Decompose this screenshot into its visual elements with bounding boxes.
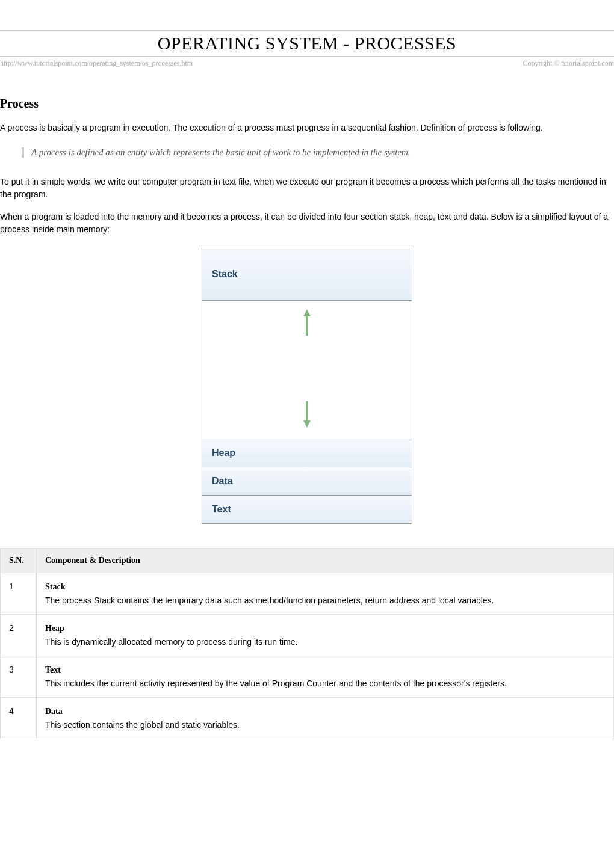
table-cell-sn: 4 [1,698,37,739]
memory-diagram-container: Stack Heap Data Text [0,248,614,524]
table-header-comp: Component & Description [37,549,614,573]
title-section: OPERATING SYSTEM - PROCESSES [0,30,614,57]
page-title: OPERATING SYSTEM - PROCESSES [0,33,614,54]
table-header-row: S.N. Component & Description [1,549,614,573]
arrow-up-icon [302,309,312,338]
paragraph-layout: When a program is loaded into the memory… [0,211,614,236]
definition-quote: A process is defined as an entity which … [22,147,614,158]
source-url-link[interactable]: http://www.tutorialspoint.com/operating_… [0,59,193,68]
memory-block-heap: Heap [202,439,412,467]
memory-diagram: Stack Heap Data Text [202,248,412,524]
component-desc: This section contains the global and sta… [45,720,240,730]
component-name: Data [45,705,605,718]
memory-block-stack: Stack [202,248,412,301]
component-table: S.N. Component & Description 1 Stack The… [0,548,614,739]
table-cell-desc: Stack The process Stack contains the tem… [37,573,614,615]
paragraph-intro: A process is basically a program in exec… [0,122,614,134]
table-row: 4 Data This section contains the global … [1,698,614,739]
component-name: Text [45,663,605,676]
component-name: Stack [45,580,605,593]
memory-gap [202,301,412,439]
table-row: 3 Text This includes the current activit… [1,656,614,698]
component-desc: This is dynamically allocated memory to … [45,637,297,647]
table-cell-desc: Data This section contains the global an… [37,698,614,739]
paragraph-simple: To put it in simple words, we write our … [0,176,614,201]
table-row: 1 Stack The process Stack contains the t… [1,573,614,615]
component-desc: The process Stack contains the temporary… [45,596,494,605]
table-cell-desc: Text This includes the current activity … [37,656,614,698]
content-area: Process A process is basically a program… [0,68,614,739]
table-header-sn: S.N. [1,549,37,573]
memory-block-data: Data [202,467,412,496]
table-cell-desc: Heap This is dynamically allocated memor… [37,615,614,656]
copyright-text: Copyright © tutorialspoint.com [523,59,614,68]
arrow-down-icon [302,401,312,430]
component-name: Heap [45,622,605,635]
table-cell-sn: 2 [1,615,37,656]
table-cell-sn: 3 [1,656,37,698]
table-cell-sn: 1 [1,573,37,615]
meta-row: http://www.tutorialspoint.com/operating_… [0,57,614,68]
section-heading-process: Process [0,97,614,111]
table-row: 2 Heap This is dynamically allocated mem… [1,615,614,656]
page-wrapper: OPERATING SYSTEM - PROCESSES http://www.… [0,30,614,751]
component-desc: This includes the current activity repre… [45,679,507,688]
memory-block-text: Text [202,496,412,523]
